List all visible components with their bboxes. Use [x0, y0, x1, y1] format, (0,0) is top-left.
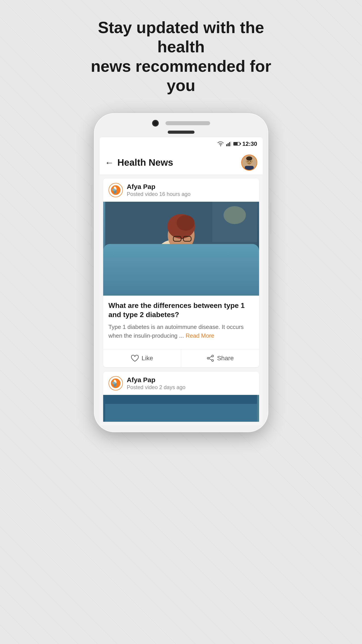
status-icons: 12:30 — [217, 140, 257, 147]
svg-rect-49 — [105, 404, 257, 422]
svg-point-10 — [249, 162, 250, 162]
back-button[interactable]: ← — [105, 158, 114, 167]
svg-point-12 — [251, 160, 253, 162]
share-icon — [206, 354, 214, 362]
status-bar: 12:30 — [100, 137, 263, 150]
svg-point-39 — [212, 355, 213, 357]
card-actions-1: Like Share — [103, 349, 259, 367]
phone-top-hardware — [100, 120, 263, 126]
article-image-1 — [103, 202, 259, 296]
svg-point-41 — [212, 360, 213, 361]
article-image-2 — [103, 395, 259, 422]
share-label: Share — [217, 355, 234, 362]
publisher-logo-1 — [109, 183, 123, 197]
battery-icon — [233, 142, 240, 146]
svg-rect-25 — [152, 246, 192, 260]
phone-shell: 12:30 ← Health News — [94, 113, 268, 432]
svg-rect-21 — [105, 260, 257, 296]
svg-rect-29 — [158, 268, 198, 281]
svg-rect-2 — [229, 142, 230, 146]
avatar-image — [242, 155, 257, 170]
svg-rect-1 — [228, 143, 229, 146]
page-headline: Stay updated with the health news recomm… — [81, 18, 282, 95]
svg-line-43 — [209, 359, 212, 360]
card-content-1: What are the differences between type 1 … — [103, 296, 259, 346]
svg-rect-0 — [226, 144, 227, 146]
speaker-bar — [166, 121, 210, 125]
svg-point-36 — [179, 241, 201, 266]
camera-dot — [152, 120, 159, 126]
publisher-info-1: Afya Pap Posted video 16 hours ago — [127, 183, 191, 197]
heart-icon — [131, 354, 139, 362]
svg-rect-7 — [244, 166, 253, 170]
publisher-info-2: Afya Pap Posted video 2 days ago — [127, 376, 185, 390]
svg-point-6 — [246, 156, 252, 160]
svg-rect-23 — [105, 253, 119, 296]
news-card-2: Afya Pap Posted video 2 days ago — [103, 372, 259, 422]
svg-rect-28 — [156, 262, 196, 276]
svg-rect-27 — [155, 257, 195, 270]
svg-line-42 — [209, 356, 212, 358]
headline-line2: news recommended for you — [91, 57, 271, 94]
publisher-name-1: Afya Pap — [127, 183, 191, 190]
article-illustration — [103, 202, 259, 296]
svg-point-9 — [250, 161, 251, 162]
like-label: Like — [142, 355, 153, 362]
publisher-name-2: Afya Pap — [127, 376, 185, 384]
signal-icon — [226, 141, 231, 146]
wifi-icon — [217, 141, 224, 146]
news-card-1: Afya Pap Posted video 16 hours ago — [103, 178, 259, 367]
svg-point-8 — [247, 161, 248, 162]
post-time-2: Posted video 2 days ago — [127, 384, 185, 390]
svg-point-19 — [223, 206, 246, 224]
article-illustration-2 — [103, 395, 259, 422]
svg-point-11 — [246, 160, 247, 162]
card-header-2: Afya Pap Posted video 2 days ago — [103, 372, 259, 395]
svg-point-24 — [149, 235, 200, 293]
svg-rect-3 — [230, 141, 231, 146]
afya-pap-logo-2 — [111, 378, 121, 388]
svg-point-32 — [177, 215, 194, 231]
svg-point-37 — [180, 242, 189, 250]
app-header: ← Health News — [100, 150, 263, 175]
status-time: 12:30 — [242, 140, 257, 147]
publisher-logo-2 — [109, 376, 123, 390]
app-title: Health News — [118, 157, 173, 168]
article-image-bg — [103, 202, 259, 296]
share-button[interactable]: Share — [181, 349, 259, 367]
card-header-1: Afya Pap Posted video 16 hours ago — [103, 178, 259, 202]
phone-mockup: 12:30 ← Health News — [94, 113, 268, 432]
phone-screen: 12:30 ← Health News — [100, 137, 263, 425]
header-left: ← Health News — [105, 157, 173, 168]
read-more-button[interactable]: Read More — [185, 332, 214, 339]
svg-rect-22 — [105, 269, 257, 296]
excerpt-text: Type 1 diabetes is an autoimmune disease… — [109, 324, 244, 339]
svg-rect-20 — [190, 246, 235, 282]
like-button[interactable]: Like — [103, 349, 181, 367]
svg-rect-26 — [154, 251, 193, 265]
article-title-1: What are the differences between type 1 … — [109, 301, 254, 320]
fingerprint-sensor — [168, 130, 194, 134]
svg-rect-38 — [206, 268, 224, 278]
svg-point-40 — [207, 357, 209, 359]
article-excerpt-1: Type 1 diabetes is an autoimmune disease… — [109, 323, 254, 340]
user-avatar[interactable] — [241, 154, 257, 170]
headline-line1: Stay updated with the health — [98, 18, 264, 56]
afya-pap-logo — [111, 185, 121, 195]
news-feed: Afya Pap Posted video 16 hours ago — [100, 175, 263, 425]
post-time-1: Posted video 16 hours ago — [127, 191, 191, 197]
